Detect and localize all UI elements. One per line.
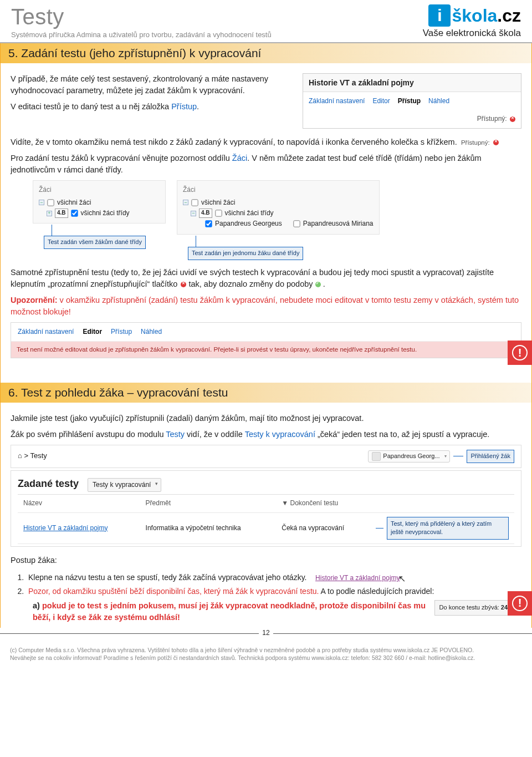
zadane-block: Zadané testy Testy k vypracování Název P… (11, 470, 521, 547)
access-panel-title: Historie VT a základní pojmy (303, 74, 521, 92)
two-tree-panels: Žáci − všichni žáci + 4.B všichni žáci t… (33, 180, 521, 260)
class-tag: 4.B (199, 209, 212, 218)
logo-tagline: Vaše elektronická škola (423, 28, 521, 39)
postup-title: Postup žáka: (11, 555, 521, 566)
zaci-link: Žáci (232, 154, 247, 162)
footer-line-2: Neváhejte se na cokoliv informovat! Pora… (10, 654, 522, 662)
s6-p1: Jakmile jste test (jako vyučující) zpřís… (11, 413, 521, 424)
logo-text: škola.cz (452, 6, 521, 26)
tree-title-r: Žáci (183, 185, 374, 195)
th-subject[interactable]: Předmět (140, 495, 277, 512)
callout-right-tree: Test zadán jen jednomu žáku dané třídy (188, 247, 303, 260)
warn-text: v okamžiku zpřístupnění (zadání) testu ž… (11, 296, 519, 316)
zadane-title: Zadané testy (18, 476, 79, 491)
tree-panel-right: Žáci − všichni žáci − 4.B všichni žáci t… (177, 180, 380, 235)
content-frame: 5. Zadání testu (jeho zpřístupnění) k vy… (0, 43, 532, 628)
footer-line-1: (c) Computer Media s.r.o. Všechna práva … (10, 646, 522, 654)
expander-icon[interactable]: − (191, 211, 196, 216)
rule-a-label: a) (33, 601, 40, 610)
callout-left: Test zadán všem žákům dané třídy (44, 236, 146, 249)
tab2-zakladni[interactable]: Základní nastavení (18, 327, 74, 337)
expander-icon[interactable]: + (47, 211, 52, 216)
s5-p3: Vidíte, že v tomto okamžiku nemá test ni… (11, 136, 521, 148)
deny-icon[interactable] (510, 116, 515, 122)
expander-icon[interactable]: − (39, 200, 44, 205)
warn-label: Upozornění: (11, 296, 58, 304)
th-name[interactable]: Název (18, 495, 140, 512)
start-test-link[interactable]: Historie VT a základní pojmy (315, 574, 400, 582)
cb-pupil2[interactable] (293, 221, 300, 227)
tree-left-wrap: Žáci − všichni žáci + 4.B všichni žáci t… (33, 180, 166, 260)
row-callout: Test, který má přidělený a který zatím j… (387, 517, 509, 540)
s5-p5: Samotné zpřístupnění testu (tedy to, že … (11, 267, 521, 290)
cursor-icon: ↖ (398, 574, 406, 583)
exclaim-icon-2: ! (508, 591, 532, 616)
tab2-editor[interactable]: Editor (83, 327, 102, 337)
access-panel-tabs: Základní nastavení Editor Přístup Náhled (303, 92, 521, 110)
user-chip[interactable]: Papandreus Georg... (368, 450, 450, 463)
callout-right-wrap: Test zadán jen jednomu žáku dané třídy (188, 236, 380, 260)
section5-heading-bar: 5. Zadání testu (jeho zpřístupnění) k vy… (1, 43, 531, 63)
cb-class-l[interactable] (71, 210, 78, 216)
steps-list: Klepne na názvu testu a ten se spustí, t… (26, 571, 521, 596)
doc-subtitle: Systémová příručka Admina a uživatelů pr… (11, 31, 272, 39)
deny-icon-toggle[interactable] (181, 282, 186, 287)
inline-status: Přístupný: (459, 139, 490, 146)
tree-all-l[interactable]: − všichni žáci (39, 197, 160, 208)
s6-p2: Žák po svém přihlášení avstupu do modulu… (11, 429, 521, 440)
rule-a: a) pokud je to test s jedním pokusem, mu… (33, 600, 521, 623)
avatar (372, 452, 381, 461)
cb-class-r[interactable] (215, 210, 222, 216)
tests-table: Název Předmět ▼ Dokončení testu Historie… (18, 494, 514, 544)
test-name-link[interactable]: Historie VT a základní pojmy (18, 512, 140, 544)
page-header: Testy Systémová příručka Admina a uživat… (0, 0, 532, 43)
rule-a-text: pokud je to test s jedním pokusem, musí … (33, 601, 426, 622)
logo-icon: i (428, 4, 451, 27)
allow-icon[interactable] (315, 282, 321, 287)
tests-dropdown[interactable]: Testy k vypracování (88, 478, 161, 492)
cb-pupil1[interactable] (205, 221, 212, 227)
class-tag: 4.B (55, 209, 68, 218)
s5-p4: Pro zadání testu žáků k vypracování věnu… (11, 153, 521, 176)
deny-icon-inline (493, 140, 499, 145)
tabs-row2: Základní nastavení Editor Přístup Náhled (11, 323, 521, 342)
tab-editor[interactable]: Editor (372, 96, 390, 106)
tab2-pristup[interactable]: Přístup (111, 327, 132, 337)
access-status-row: Přístupný: (303, 111, 521, 128)
tree-all-r[interactable]: − všichni žáci (183, 197, 374, 208)
access-status-label: Přístupný: (477, 115, 507, 123)
header-left: Testy Systémová příručka Admina a uživat… (11, 4, 272, 39)
warn-strip: Test není možné editovat dokud je zpříst… (11, 342, 521, 358)
section5-body: Historie VT a základní pojmy Základní na… (1, 63, 531, 383)
s5-warn: Upozornění: v okamžiku zpřístupnění (zad… (11, 294, 521, 318)
section6-heading-bar: 6. Test z pohledu žáka – vypracování tes… (1, 383, 531, 403)
th-status[interactable]: ▼ Dokončení testu (276, 495, 370, 512)
step-1: Klepne na názvu testu a ten se spustí, t… (26, 571, 521, 583)
expander-icon[interactable]: − (183, 200, 188, 205)
step-2: Pozor, od okamžiku spuštění běží disponi… (26, 586, 521, 597)
table-row: Historie VT a základní pojmy Informatika… (18, 512, 514, 544)
cb-all-r[interactable] (191, 199, 198, 206)
tab-zakladni[interactable]: Základní nastavení (309, 96, 365, 106)
testy-link: Testy (166, 430, 185, 439)
tree-title-l: Žáci (39, 185, 160, 195)
breadcrumb[interactable]: > Testy (18, 451, 47, 461)
exclaim-icon: ! (508, 341, 532, 365)
section6-body: Jakmile jste test (jako vyučující) zpřís… (1, 403, 531, 628)
footer: (c) Computer Media s.r.o. Všechna práva … (0, 644, 532, 667)
tab2-nahled[interactable]: Náhled (141, 327, 162, 337)
logo: i škola.cz (423, 4, 521, 27)
tab-pristup[interactable]: Přístup (398, 96, 421, 106)
cb-all-l[interactable] (47, 199, 54, 206)
tree-class-l[interactable]: + 4.B všichni žáci třídy (39, 208, 160, 219)
tree-right-wrap: Žáci − všichni žáci − 4.B všichni žáci t… (177, 180, 380, 260)
testy-vyprac-link: Testy k vypracování (245, 430, 315, 439)
tree-class-r[interactable]: − 4.B všichni žáci třídy (183, 208, 374, 219)
tab-nahled[interactable]: Náhled (428, 96, 449, 106)
page-number: 12 (0, 633, 532, 642)
user-callout: Přihlášený žák (467, 450, 514, 463)
access-panel: Historie VT a základní pojmy Základní na… (303, 73, 521, 129)
tree-panel-left: Žáci − všichni žáci + 4.B všichni žáci t… (33, 180, 166, 223)
test-subject: Informatika a výpočetní technika (140, 512, 277, 544)
callout-left-wrap: Test zadán všem žákům dané třídy (44, 225, 166, 249)
